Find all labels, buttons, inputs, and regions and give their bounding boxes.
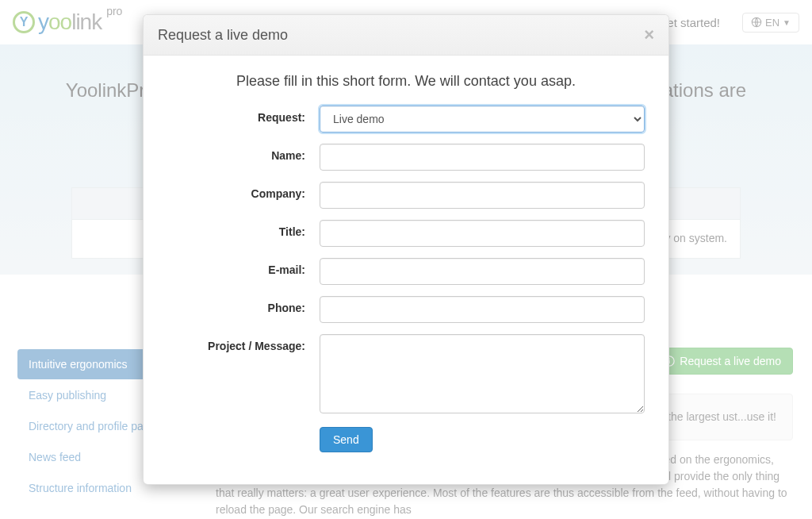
- request-select[interactable]: Live demo: [320, 106, 645, 133]
- modal-intro: Please fill in this short form. We will …: [167, 73, 645, 90]
- title-input[interactable]: [320, 220, 645, 247]
- label-company: Company:: [167, 182, 320, 200]
- request-demo-modal: Request a live demo × Please fill in thi…: [143, 14, 669, 485]
- label-request: Request:: [167, 106, 320, 124]
- label-email: E-mail:: [167, 258, 320, 276]
- modal-body: Please fill in this short form. We will …: [144, 56, 668, 484]
- modal-header: Request a live demo ×: [144, 15, 668, 56]
- phone-input[interactable]: [320, 296, 645, 323]
- modal-title: Request a live demo: [158, 27, 288, 44]
- close-icon: ×: [644, 25, 654, 44]
- label-message: Project / Message:: [167, 334, 320, 352]
- label-title: Title:: [167, 220, 320, 238]
- label-name: Name:: [167, 144, 320, 162]
- message-textarea[interactable]: [320, 334, 645, 413]
- label-phone: Phone:: [167, 296, 320, 314]
- close-button[interactable]: ×: [644, 26, 654, 44]
- email-input[interactable]: [320, 258, 645, 285]
- name-input[interactable]: [320, 144, 645, 171]
- company-input[interactable]: [320, 182, 645, 209]
- send-button[interactable]: Send: [320, 427, 373, 452]
